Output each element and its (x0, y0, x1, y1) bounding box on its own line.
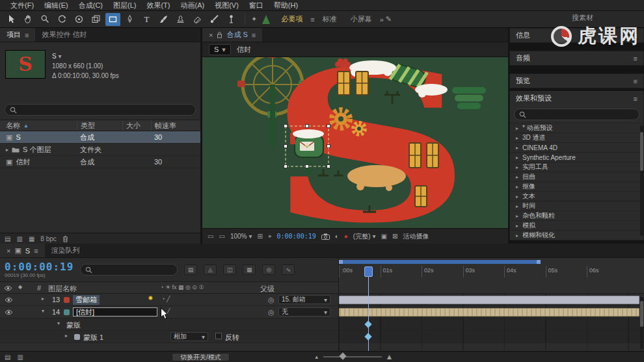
hide-shy-layers-button[interactable]: ◫ (223, 265, 236, 275)
region-of-interest-icon[interactable]: ▣ (381, 233, 387, 240)
composition-canvas[interactable]: S (202, 57, 508, 228)
zoom-slider-track[interactable] (323, 356, 382, 357)
toggle-switches-modes-button[interactable]: 切换开关/模式 (172, 353, 230, 361)
edit-workspace-icon[interactable]: ✎ (386, 15, 392, 23)
mask-1-row[interactable]: ▸ 蒙版 1 相加 ▾ 反转 (0, 331, 338, 343)
layer-duration-bar-14[interactable] (339, 308, 639, 317)
interpret-footage-icon[interactable]: ▤ (5, 235, 10, 242)
panel-menu-icon[interactable]: ≡ (252, 31, 256, 39)
project-row-comp-s[interactable]: ▣ S 合成 30 (0, 131, 200, 144)
comp-flyout-icon[interactable]: ▾ (58, 53, 61, 60)
panel-menu-icon[interactable]: ≡ (34, 247, 38, 255)
keyframe-diamond[interactable] (364, 333, 371, 340)
mask-mode-dropdown[interactable]: 相加 ▾ (170, 332, 208, 341)
effects-panel-header[interactable]: 效果和预设 ≡ (510, 91, 643, 106)
effects-category-3d-channel[interactable]: ▸3D 通道 (510, 133, 643, 142)
column-name-label[interactable]: 名称 (6, 121, 20, 131)
shape-tool-button[interactable] (105, 13, 120, 26)
clone-stamp-tool-button[interactable] (173, 13, 188, 26)
menu-edit[interactable]: 编辑(E) (39, 0, 74, 10)
menu-view[interactable]: 视图(V) (209, 0, 244, 10)
mask-group-row[interactable]: ▾ 蒙版 (0, 318, 338, 331)
graph-editor-button[interactable]: ∿ (282, 265, 295, 275)
project-bit-depth[interactable]: 8 bpc (40, 235, 56, 242)
visibility-eye-icon[interactable] (5, 309, 13, 315)
show-channel-icon[interactable]: ● (344, 233, 348, 240)
workspace-tab-small-screen[interactable]: 小屏幕 (345, 14, 378, 24)
primary-viewer-icon[interactable]: ▭ (219, 233, 224, 240)
track-row-14[interactable] (339, 306, 644, 318)
work-area-bar[interactable] (339, 260, 541, 264)
draft-3d-button[interactable]: ◬ (204, 265, 217, 275)
flow-current-item-label[interactable]: 信封 (237, 45, 251, 55)
layer-name-edit-field[interactable]: [信封] (73, 307, 157, 317)
pen-tool-button[interactable] (122, 13, 137, 26)
menu-window[interactable]: 窗口 (244, 0, 269, 10)
workspace-overflow-icon[interactable]: » (380, 16, 384, 23)
tab-effect-controls[interactable]: 效果控件 信封 (35, 28, 93, 42)
menu-animation[interactable]: 动画(A) (176, 0, 210, 10)
rotate-tool-button[interactable] (55, 13, 70, 26)
tab-timeline-comp[interactable]: × ▣ S ≡ (0, 244, 45, 257)
effects-category-blur-sharpen[interactable]: ▸模糊和锐化 (510, 230, 643, 240)
hand-tool-button[interactable] (21, 13, 36, 26)
roto-brush-tool-button[interactable] (207, 13, 222, 26)
effects-category-keying[interactable]: ▸抠像 (510, 181, 643, 191)
grid-guides-icon[interactable]: ⊞ (258, 233, 263, 240)
column-size-label[interactable]: 大小 (126, 121, 141, 131)
effects-search-input[interactable] (514, 109, 639, 120)
project-row-folder[interactable]: ▸ S 个图层 文件夹 (0, 144, 200, 156)
layer-switches[interactable]: ◔ ╱ (161, 296, 170, 302)
parent-dropdown[interactable]: 无 ▾ (278, 307, 330, 317)
panel-menu-icon[interactable]: ≡ (634, 77, 637, 85)
tab-project[interactable]: 项目 ≡ (0, 28, 35, 42)
mask-color-chip[interactable] (74, 334, 80, 340)
project-search-input[interactable] (5, 104, 196, 116)
layer-row-13[interactable]: ▸ 13 雪邮箱 ◔ ╱ ◎ 15. 邮箱 ▾ (0, 294, 338, 306)
column-parent-label[interactable]: 父级 (260, 284, 275, 294)
expander-icon[interactable]: ▸ (6, 147, 8, 153)
info-panel-header[interactable]: 信息 ≡ (509, 28, 644, 43)
effects-category-time[interactable]: ▸时间 (510, 201, 643, 211)
magnification-dropdown[interactable]: 100% ▾ (230, 233, 252, 240)
frame-blending-button[interactable]: ▦ (243, 265, 256, 275)
menu-effect[interactable]: 效果(T) (141, 0, 175, 10)
effects-scrollbar[interactable] (640, 125, 643, 236)
parent-pick-whip-icon[interactable]: ◎ (268, 308, 275, 317)
effects-category-synthetic-aperture[interactable]: ▸Synthetic Aperture (510, 152, 643, 162)
puppet-pin-tool-button[interactable] (224, 13, 239, 26)
active-camera-dropdown[interactable]: 活动摄像 (403, 232, 429, 241)
tab-composition-viewer[interactable]: × 合成 S ≡ (202, 28, 262, 42)
layer-row-14[interactable]: ▾ 14 [信封] ◔ ╱ ◎ 无 ▾ (0, 306, 338, 318)
close-icon[interactable]: × (209, 31, 213, 39)
project-row-envelope[interactable]: ▣ 信封 合成 30 (0, 156, 200, 168)
visibility-eye-icon[interactable] (5, 297, 13, 303)
parent-pick-whip-icon[interactable]: ◎ (268, 296, 275, 304)
resolution-dropdown[interactable]: (完整) ▾ (353, 232, 376, 241)
track-row-13[interactable] (339, 294, 644, 306)
expand-modes-pane-icon[interactable]: ▥ (17, 354, 23, 361)
timeline-track-area[interactable]: :00s 01s 02s 03s 04s 05s 06s (338, 258, 644, 351)
brush-tool-button[interactable] (156, 13, 171, 26)
menu-layer[interactable]: 图层(L) (108, 0, 141, 10)
zoom-out-icon[interactable]: ▲ (314, 354, 319, 360)
new-folder-icon[interactable]: ▥ (16, 235, 22, 242)
mask-invert-checkbox[interactable] (215, 333, 222, 339)
motion-blur-button[interactable]: ◎ (262, 265, 275, 275)
track-row-mask-1[interactable] (339, 331, 644, 343)
sort-asc-icon[interactable]: ▲ (23, 123, 29, 129)
effects-category-text[interactable]: ▸文本 (510, 191, 643, 201)
current-time-indicator[interactable] (364, 266, 373, 277)
panel-menu-icon[interactable]: ≡ (25, 31, 29, 39)
tab-render-queue[interactable]: 渲染队列 (45, 244, 87, 257)
snapshot-camera-icon[interactable] (321, 233, 330, 240)
track-row-mask-group[interactable] (339, 318, 644, 331)
text-tool-button[interactable]: T (139, 13, 154, 26)
column-layer-name-label[interactable]: 图层名称 (48, 284, 77, 294)
preview-time[interactable]: 0:00:00:19 (277, 233, 316, 240)
timeline-zoom-slider[interactable]: ▲ ▲ (314, 352, 394, 361)
effects-category-cinema4d[interactable]: ▸CINEMA 4D (510, 142, 643, 152)
workspace-menu-icon[interactable]: ≡ (310, 16, 314, 23)
workspace-tab-essentials[interactable]: 必要项 (275, 14, 308, 24)
expander-icon[interactable]: ▸ (42, 296, 44, 302)
